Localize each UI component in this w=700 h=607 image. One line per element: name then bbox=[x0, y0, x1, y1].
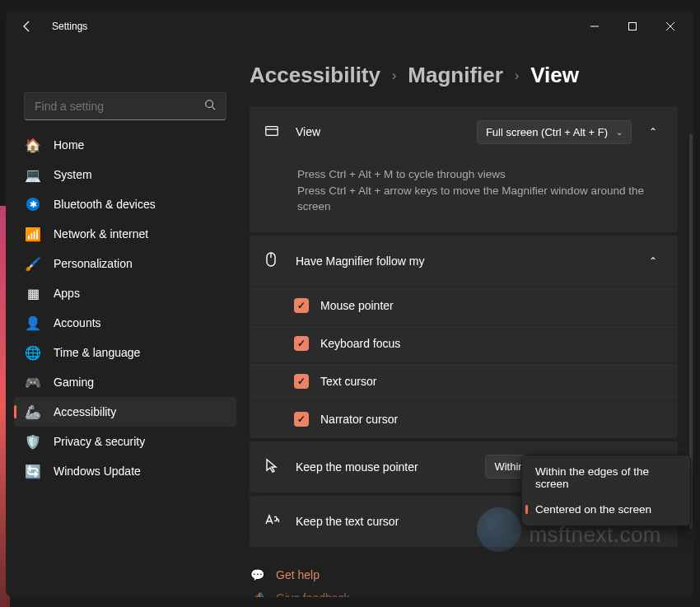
follow-label: Have Magnifier follow my bbox=[296, 254, 632, 268]
follow-mouse-pointer[interactable]: ✓Mouse pointer bbox=[250, 287, 678, 325]
breadcrumb-view: View bbox=[530, 63, 579, 88]
window-controls bbox=[576, 13, 689, 40]
main-content: Accessibility › Magnifier › View View Fu… bbox=[245, 43, 694, 597]
arrow-left-icon bbox=[21, 20, 34, 33]
gamepad-icon: 🎮 bbox=[26, 375, 40, 390]
option-label: Mouse pointer bbox=[320, 299, 394, 312]
view-label: View bbox=[296, 125, 477, 138]
footer-links: 💬Get help 📣Give feedback bbox=[250, 563, 678, 597]
view-card: View Full screen (Ctrl + Alt + F) ⌄ ⌃ Pr… bbox=[250, 106, 678, 232]
search-icon bbox=[204, 99, 216, 114]
svg-rect-1 bbox=[629, 23, 637, 30]
nav-label: Bluetooth & devices bbox=[54, 198, 156, 211]
nav-label: Windows Update bbox=[54, 465, 141, 478]
titlebar: Settings bbox=[6, 10, 694, 43]
chevron-down-icon: ⌄ bbox=[616, 128, 623, 137]
apps-icon: ▦ bbox=[26, 286, 40, 301]
mouse-pointer-label: Keep the mouse pointer bbox=[296, 460, 485, 474]
view-dropdown[interactable]: Full screen (Ctrl + Alt + F) ⌄ bbox=[477, 120, 632, 144]
nav-label: Time & language bbox=[54, 346, 140, 359]
nav-network[interactable]: 📶Network & internet bbox=[14, 219, 236, 249]
nav-label: Personalization bbox=[54, 257, 133, 270]
feedback-icon: 📣 bbox=[250, 591, 264, 597]
text-cursor-icon bbox=[264, 513, 281, 529]
brush-icon: 🖌️ bbox=[26, 256, 40, 271]
breadcrumb-accessibility[interactable]: Accessibility bbox=[250, 63, 380, 88]
follow-narrator-cursor[interactable]: ✓Narrator cursor bbox=[250, 400, 678, 438]
svg-rect-6 bbox=[266, 126, 278, 135]
update-icon: 🔄 bbox=[26, 464, 40, 479]
bluetooth-icon: ✱ bbox=[26, 197, 40, 212]
nav-label: Accessibility bbox=[54, 405, 116, 418]
view-row[interactable]: View Full screen (Ctrl + Alt + F) ⌄ ⌃ bbox=[250, 106, 678, 157]
option-label: Keyboard focus bbox=[320, 337, 400, 350]
wifi-icon: 📶 bbox=[26, 226, 40, 241]
nav-label: System bbox=[54, 168, 92, 181]
shield-icon: 🛡️ bbox=[26, 434, 40, 449]
chevron-right-icon: › bbox=[515, 68, 519, 83]
watermark-globe-icon bbox=[477, 507, 521, 552]
mouse-icon bbox=[264, 251, 281, 270]
system-icon: 💻 bbox=[26, 167, 40, 182]
get-help-link[interactable]: 💬Get help bbox=[250, 563, 678, 586]
nav-time-language[interactable]: 🌐Time & language bbox=[14, 338, 236, 367]
follow-keyboard-focus[interactable]: ✓Keyboard focus bbox=[250, 325, 678, 362]
svg-line-5 bbox=[212, 107, 216, 110]
nav-label: Apps bbox=[54, 287, 80, 300]
minimize-icon bbox=[590, 22, 599, 30]
minimize-button[interactable] bbox=[576, 13, 614, 40]
collapse-button[interactable]: ⌃ bbox=[643, 255, 663, 267]
nav-label: Accounts bbox=[54, 316, 101, 329]
nav-label: Privacy & security bbox=[54, 435, 145, 448]
help-icon: 💬 bbox=[250, 568, 264, 581]
settings-window: Settings 🏠Home 💻System ✱Bluetooth & devi… bbox=[6, 10, 694, 597]
flyout-option-edges[interactable]: Within the edges of the screen bbox=[522, 459, 690, 497]
follow-card: Have Magnifier follow my ⌃ ✓Mouse pointe… bbox=[250, 236, 678, 438]
dropdown-value: Full screen (Ctrl + Alt + F) bbox=[486, 126, 608, 138]
checkbox-checked-icon[interactable]: ✓ bbox=[294, 298, 309, 313]
maximize-button[interactable] bbox=[614, 13, 651, 40]
view-help-text: Press Ctrl + Alt + M to cycle through vi… bbox=[250, 157, 678, 232]
sidebar: 🏠Home 💻System ✱Bluetooth & devices 📶Netw… bbox=[6, 43, 245, 597]
person-icon: 👤 bbox=[26, 315, 40, 330]
nav-gaming[interactable]: 🎮Gaming bbox=[14, 367, 236, 397]
breadcrumb: Accessibility › Magnifier › View bbox=[250, 63, 678, 88]
option-label: Narrator cursor bbox=[320, 413, 398, 426]
accessibility-icon: 🦾 bbox=[26, 404, 40, 419]
close-button[interactable] bbox=[651, 13, 689, 40]
option-label: Text cursor bbox=[320, 375, 376, 388]
nav-home[interactable]: 🏠Home bbox=[14, 130, 236, 160]
home-icon: 🏠 bbox=[26, 138, 40, 152]
dropdown-flyout: Within the edges of the screen Centered … bbox=[521, 455, 691, 526]
checkbox-checked-icon[interactable]: ✓ bbox=[294, 336, 309, 351]
nav-apps[interactable]: ▦Apps bbox=[14, 278, 236, 308]
nav-accounts[interactable]: 👤Accounts bbox=[14, 308, 236, 338]
nav-list: 🏠Home 💻System ✱Bluetooth & devices 📶Netw… bbox=[11, 130, 240, 486]
search-input[interactable] bbox=[35, 100, 204, 113]
nav-bluetooth[interactable]: ✱Bluetooth & devices bbox=[14, 189, 236, 219]
nav-personalization[interactable]: 🖌️Personalization bbox=[14, 249, 236, 278]
back-button[interactable] bbox=[11, 10, 44, 43]
checkbox-checked-icon[interactable]: ✓ bbox=[294, 374, 309, 389]
close-icon bbox=[666, 22, 674, 30]
view-icon bbox=[264, 124, 281, 141]
give-feedback-link[interactable]: 📣Give feedback bbox=[250, 586, 678, 597]
nav-label: Home bbox=[54, 138, 84, 152]
nav-accessibility[interactable]: 🦾Accessibility bbox=[14, 397, 236, 427]
flyout-option-centered[interactable]: Centered on the screen bbox=[522, 497, 690, 522]
nav-label: Gaming bbox=[54, 376, 94, 389]
follow-row[interactable]: Have Magnifier follow my ⌃ bbox=[250, 236, 678, 287]
breadcrumb-magnifier[interactable]: Magnifier bbox=[408, 63, 503, 88]
checkbox-checked-icon[interactable]: ✓ bbox=[294, 412, 309, 427]
nav-windows-update[interactable]: 🔄Windows Update bbox=[14, 456, 236, 486]
nav-label: Network & internet bbox=[54, 227, 148, 240]
svg-point-4 bbox=[206, 100, 213, 108]
clock-globe-icon: 🌐 bbox=[26, 345, 40, 360]
search-box[interactable] bbox=[24, 92, 226, 120]
follow-text-cursor[interactable]: ✓Text cursor bbox=[250, 362, 678, 400]
collapse-button[interactable]: ⌃ bbox=[643, 126, 663, 138]
app-title: Settings bbox=[52, 21, 87, 32]
nav-privacy[interactable]: 🛡️Privacy & security bbox=[14, 427, 236, 456]
cursor-icon bbox=[264, 458, 281, 475]
nav-system[interactable]: 💻System bbox=[14, 160, 236, 189]
